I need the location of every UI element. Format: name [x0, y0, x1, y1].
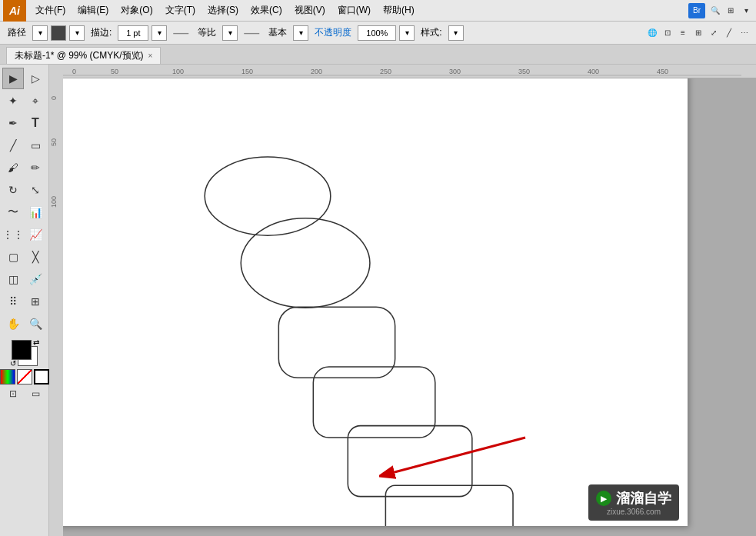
stroke-value-input[interactable]	[118, 25, 148, 41]
menu-view[interactable]: 视图(V)	[288, 2, 331, 18]
eyedropper-tool[interactable]: 💉	[25, 268, 46, 290]
right-icons: 🌐 ⊡ ≡ ⊞ ⤢ ╱ ⋯	[645, 26, 751, 40]
stroke-unit-dropdown[interactable]: ▾	[152, 25, 167, 41]
basic-dropdown[interactable]: ▾	[293, 25, 308, 41]
graph-tool[interactable]: 📊	[25, 201, 46, 223]
color-mode-row	[0, 369, 49, 385]
chevron-down-icon[interactable]: ▾	[739, 4, 753, 18]
equal-label: 等比	[195, 26, 219, 39]
watermark-box: ▶ 溜溜自学 zixue.3066.com	[588, 484, 679, 521]
globe-icon[interactable]: 🌐	[645, 26, 659, 40]
menu-select[interactable]: 选择(S)	[201, 2, 245, 18]
style-label: 样式:	[418, 26, 445, 39]
menu-object[interactable]: 对象(O)	[115, 2, 158, 18]
stroke-mode-box[interactable]	[34, 369, 49, 385]
direct-select-tool[interactable]: ▷	[25, 68, 46, 89]
artboard-tool[interactable]: ▢	[2, 246, 24, 268]
extra-icon[interactable]: ⋯	[738, 26, 751, 40]
pencil-tool[interactable]: ✏	[25, 157, 46, 178]
svg-text:250: 250	[380, 68, 391, 75]
menu-bar: Ai 文件(F) 编辑(E) 对象(O) 文字(T) 选择(S) 效果(C) 视…	[0, 0, 756, 22]
menu-file[interactable]: 文件(F)	[29, 2, 72, 18]
rotate-tool[interactable]: ↻	[2, 179, 24, 201]
equal-dropdown[interactable]: ▾	[222, 25, 238, 41]
transform-icon[interactable]: ⤢	[707, 26, 721, 40]
live-paint-tool[interactable]: ⊞	[25, 291, 46, 312]
watermark-name: 溜溜自学	[616, 489, 671, 508]
pathfinder-icon[interactable]: ⊞	[691, 26, 705, 40]
tab-close-button[interactable]: ×	[148, 52, 153, 60]
svg-text:100: 100	[50, 196, 58, 208]
tool-row-11: ⠿ ⊞	[2, 291, 46, 312]
none-mode-box[interactable]	[17, 369, 32, 385]
text-tool[interactable]: T	[25, 112, 46, 134]
menu-help[interactable]: 帮助(H)	[377, 2, 421, 18]
path-type-selector[interactable]: ▾	[32, 25, 48, 41]
pen-tool[interactable]: ✒	[2, 112, 24, 134]
opacity-dropdown[interactable]: ▾	[399, 25, 415, 41]
svg-text:0: 0	[50, 96, 58, 100]
stroke-label: 描边:	[88, 26, 115, 39]
basic-label: 基本	[265, 26, 290, 39]
shapes-svg	[57, 72, 688, 526]
warp-tool[interactable]: 〜	[2, 201, 24, 223]
lasso-tool[interactable]: ⌖	[25, 90, 46, 112]
document-tab[interactable]: 未标题-1* @ 99% (CMYK/预览) ×	[6, 47, 161, 64]
fill-mode-box[interactable]	[0, 369, 15, 385]
symbol-tool[interactable]: ⋮⋮	[2, 224, 24, 245]
tool-row-9: ▢ ╳	[2, 246, 46, 268]
stroke-color-box[interactable]	[51, 25, 66, 41]
canvas-area[interactable]: 0 50 100 150 200 250 300 350 400 450 0 5…	[49, 65, 756, 536]
svg-text:200: 200	[311, 68, 322, 75]
grid-icon[interactable]: ⊞	[724, 4, 738, 18]
document-canvas[interactable]	[57, 72, 688, 526]
menu-window[interactable]: 窗口(W)	[331, 2, 377, 18]
style-dropdown[interactable]: ▾	[448, 25, 464, 41]
tool-row-7: 〜 📊	[2, 201, 46, 223]
tool-row-3: ✒ T	[2, 112, 46, 134]
svg-text:400: 400	[588, 68, 599, 75]
arrange-icon[interactable]: ⊡	[661, 26, 674, 40]
hand-tool[interactable]: ✋	[2, 313, 24, 335]
swap-colors-icon[interactable]: ⇄	[33, 338, 39, 347]
line-tool[interactable]: ╱	[2, 135, 24, 156]
color-boxes[interactable]: ⇄ ↺	[10, 338, 39, 368]
svg-rect-21	[385, 485, 513, 526]
svg-point-16	[205, 157, 331, 235]
menu-edit[interactable]: 编辑(E)	[72, 2, 115, 18]
screen-mode-icon[interactable]: ▭	[25, 385, 47, 402]
chart-tool[interactable]: 📈	[25, 224, 46, 245]
zoom-tool[interactable]: 🔍	[25, 313, 46, 335]
view-icon[interactable]: ⊡	[2, 385, 24, 402]
slice-tool[interactable]: ╳	[25, 246, 46, 268]
tool-row-4: ╱ ▭	[2, 135, 46, 156]
tool-row-8: ⋮⋮ 📈	[2, 224, 46, 245]
foreground-color-box[interactable]	[12, 340, 32, 360]
paintbrush-tool[interactable]: 🖌	[2, 157, 24, 178]
select-tool[interactable]: ▶	[2, 68, 24, 89]
reset-colors-icon[interactable]: ↺	[10, 359, 16, 368]
toolbox: ▶ ▷ ✦ ⌖ ✒ T ╱ ▭ 🖌 ✏ ↻ ⤡ 〜 📊 ⋮⋮ 📈	[0, 65, 49, 536]
svg-text:100: 100	[172, 68, 184, 75]
rect-tool[interactable]: ▭	[25, 135, 46, 156]
tool-row-1: ▶ ▷	[2, 68, 46, 89]
align-icon[interactable]: ≡	[676, 26, 690, 40]
svg-text:50: 50	[50, 138, 58, 146]
magic-wand-tool[interactable]: ✦	[2, 90, 24, 112]
menu-text[interactable]: 文字(T)	[159, 2, 201, 18]
svg-text:300: 300	[449, 68, 461, 75]
bottom-tools: ⊡ ▭	[2, 385, 47, 402]
scale-tool[interactable]: ⤡	[25, 179, 46, 201]
blend-tool[interactable]: ⠿	[2, 291, 24, 312]
options-toolbar: 路径 ▾ ▾ 描边: ▾ — 等比 ▾ — 基本 ▾ 不透明度 ▾ 样式: ▾ …	[0, 22, 756, 45]
svg-point-17	[241, 218, 370, 308]
menu-effect[interactable]: 效果(C)	[245, 2, 288, 18]
svg-text:150: 150	[241, 68, 253, 75]
opacity-value-input[interactable]	[358, 25, 396, 41]
path-label: 路径	[5, 26, 29, 39]
gradient-tool[interactable]: ◫	[2, 268, 24, 290]
tool-row-2: ✦ ⌖	[2, 90, 46, 112]
stroke-panel-icon[interactable]: ╱	[722, 26, 736, 40]
stroke-dropdown[interactable]: ▾	[69, 25, 85, 41]
search-icon[interactable]: 🔍	[708, 4, 722, 18]
